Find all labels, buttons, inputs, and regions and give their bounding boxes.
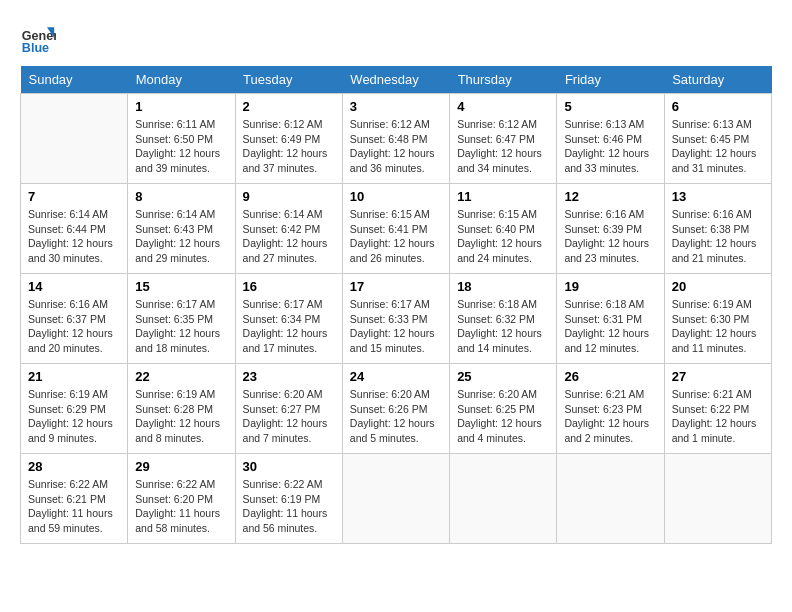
day-number: 5 [564,99,656,114]
day-info: Sunrise: 6:12 AM Sunset: 6:47 PM Dayligh… [457,117,549,176]
day-number: 3 [350,99,442,114]
day-number: 14 [28,279,120,294]
calendar-cell [450,454,557,544]
header-sunday: Sunday [21,66,128,94]
day-number: 18 [457,279,549,294]
day-info: Sunrise: 6:20 AM Sunset: 6:27 PM Dayligh… [243,387,335,446]
calendar-cell [342,454,449,544]
day-number: 28 [28,459,120,474]
day-info: Sunrise: 6:16 AM Sunset: 6:39 PM Dayligh… [564,207,656,266]
calendar-cell: 2Sunrise: 6:12 AM Sunset: 6:49 PM Daylig… [235,94,342,184]
calendar-cell: 29Sunrise: 6:22 AM Sunset: 6:20 PM Dayli… [128,454,235,544]
day-info: Sunrise: 6:17 AM Sunset: 6:34 PM Dayligh… [243,297,335,356]
day-number: 13 [672,189,764,204]
calendar-header-row: SundayMondayTuesdayWednesdayThursdayFrid… [21,66,772,94]
logo: General Blue [20,20,56,56]
day-info: Sunrise: 6:19 AM Sunset: 6:30 PM Dayligh… [672,297,764,356]
calendar-cell: 24Sunrise: 6:20 AM Sunset: 6:26 PM Dayli… [342,364,449,454]
calendar-cell: 25Sunrise: 6:20 AM Sunset: 6:25 PM Dayli… [450,364,557,454]
day-info: Sunrise: 6:22 AM Sunset: 6:19 PM Dayligh… [243,477,335,536]
calendar-cell: 23Sunrise: 6:20 AM Sunset: 6:27 PM Dayli… [235,364,342,454]
day-number: 19 [564,279,656,294]
calendar-cell: 27Sunrise: 6:21 AM Sunset: 6:22 PM Dayli… [664,364,771,454]
calendar-cell: 7Sunrise: 6:14 AM Sunset: 6:44 PM Daylig… [21,184,128,274]
day-number: 22 [135,369,227,384]
header-monday: Monday [128,66,235,94]
page-header: General Blue [20,20,772,56]
day-number: 21 [28,369,120,384]
day-number: 25 [457,369,549,384]
week-row-5: 28Sunrise: 6:22 AM Sunset: 6:21 PM Dayli… [21,454,772,544]
calendar-cell: 21Sunrise: 6:19 AM Sunset: 6:29 PM Dayli… [21,364,128,454]
week-row-3: 14Sunrise: 6:16 AM Sunset: 6:37 PM Dayli… [21,274,772,364]
header-saturday: Saturday [664,66,771,94]
day-info: Sunrise: 6:18 AM Sunset: 6:31 PM Dayligh… [564,297,656,356]
day-number: 29 [135,459,227,474]
day-info: Sunrise: 6:13 AM Sunset: 6:46 PM Dayligh… [564,117,656,176]
calendar-cell: 22Sunrise: 6:19 AM Sunset: 6:28 PM Dayli… [128,364,235,454]
calendar-cell: 18Sunrise: 6:18 AM Sunset: 6:32 PM Dayli… [450,274,557,364]
calendar-cell: 5Sunrise: 6:13 AM Sunset: 6:46 PM Daylig… [557,94,664,184]
day-info: Sunrise: 6:20 AM Sunset: 6:26 PM Dayligh… [350,387,442,446]
week-row-2: 7Sunrise: 6:14 AM Sunset: 6:44 PM Daylig… [21,184,772,274]
header-wednesday: Wednesday [342,66,449,94]
day-info: Sunrise: 6:16 AM Sunset: 6:38 PM Dayligh… [672,207,764,266]
calendar-cell: 1Sunrise: 6:11 AM Sunset: 6:50 PM Daylig… [128,94,235,184]
day-info: Sunrise: 6:22 AM Sunset: 6:20 PM Dayligh… [135,477,227,536]
day-number: 16 [243,279,335,294]
header-tuesday: Tuesday [235,66,342,94]
calendar-cell: 6Sunrise: 6:13 AM Sunset: 6:45 PM Daylig… [664,94,771,184]
calendar-cell: 9Sunrise: 6:14 AM Sunset: 6:42 PM Daylig… [235,184,342,274]
day-number: 1 [135,99,227,114]
day-number: 2 [243,99,335,114]
calendar-cell: 26Sunrise: 6:21 AM Sunset: 6:23 PM Dayli… [557,364,664,454]
header-thursday: Thursday [450,66,557,94]
day-info: Sunrise: 6:19 AM Sunset: 6:29 PM Dayligh… [28,387,120,446]
day-number: 11 [457,189,549,204]
day-info: Sunrise: 6:21 AM Sunset: 6:22 PM Dayligh… [672,387,764,446]
svg-text:Blue: Blue [22,41,49,55]
week-row-4: 21Sunrise: 6:19 AM Sunset: 6:29 PM Dayli… [21,364,772,454]
calendar-cell: 4Sunrise: 6:12 AM Sunset: 6:47 PM Daylig… [450,94,557,184]
calendar-cell: 11Sunrise: 6:15 AM Sunset: 6:40 PM Dayli… [450,184,557,274]
calendar-cell: 16Sunrise: 6:17 AM Sunset: 6:34 PM Dayli… [235,274,342,364]
calendar-table: SundayMondayTuesdayWednesdayThursdayFrid… [20,66,772,544]
calendar-cell: 8Sunrise: 6:14 AM Sunset: 6:43 PM Daylig… [128,184,235,274]
day-info: Sunrise: 6:14 AM Sunset: 6:42 PM Dayligh… [243,207,335,266]
day-number: 6 [672,99,764,114]
calendar-cell: 19Sunrise: 6:18 AM Sunset: 6:31 PM Dayli… [557,274,664,364]
calendar-cell: 14Sunrise: 6:16 AM Sunset: 6:37 PM Dayli… [21,274,128,364]
day-info: Sunrise: 6:15 AM Sunset: 6:41 PM Dayligh… [350,207,442,266]
day-number: 20 [672,279,764,294]
calendar-cell [21,94,128,184]
day-number: 23 [243,369,335,384]
day-number: 7 [28,189,120,204]
day-number: 10 [350,189,442,204]
header-friday: Friday [557,66,664,94]
day-number: 24 [350,369,442,384]
day-info: Sunrise: 6:17 AM Sunset: 6:33 PM Dayligh… [350,297,442,356]
calendar-cell: 3Sunrise: 6:12 AM Sunset: 6:48 PM Daylig… [342,94,449,184]
day-number: 4 [457,99,549,114]
week-row-1: 1Sunrise: 6:11 AM Sunset: 6:50 PM Daylig… [21,94,772,184]
day-info: Sunrise: 6:12 AM Sunset: 6:49 PM Dayligh… [243,117,335,176]
calendar-cell: 12Sunrise: 6:16 AM Sunset: 6:39 PM Dayli… [557,184,664,274]
day-info: Sunrise: 6:22 AM Sunset: 6:21 PM Dayligh… [28,477,120,536]
day-info: Sunrise: 6:11 AM Sunset: 6:50 PM Dayligh… [135,117,227,176]
logo-icon: General Blue [20,20,56,56]
calendar-cell: 28Sunrise: 6:22 AM Sunset: 6:21 PM Dayli… [21,454,128,544]
calendar-cell: 10Sunrise: 6:15 AM Sunset: 6:41 PM Dayli… [342,184,449,274]
day-info: Sunrise: 6:18 AM Sunset: 6:32 PM Dayligh… [457,297,549,356]
calendar-cell: 13Sunrise: 6:16 AM Sunset: 6:38 PM Dayli… [664,184,771,274]
day-info: Sunrise: 6:20 AM Sunset: 6:25 PM Dayligh… [457,387,549,446]
day-number: 12 [564,189,656,204]
day-number: 30 [243,459,335,474]
day-info: Sunrise: 6:21 AM Sunset: 6:23 PM Dayligh… [564,387,656,446]
day-info: Sunrise: 6:17 AM Sunset: 6:35 PM Dayligh… [135,297,227,356]
calendar-cell [664,454,771,544]
calendar-cell [557,454,664,544]
day-number: 17 [350,279,442,294]
calendar-cell: 30Sunrise: 6:22 AM Sunset: 6:19 PM Dayli… [235,454,342,544]
day-info: Sunrise: 6:15 AM Sunset: 6:40 PM Dayligh… [457,207,549,266]
day-number: 8 [135,189,227,204]
